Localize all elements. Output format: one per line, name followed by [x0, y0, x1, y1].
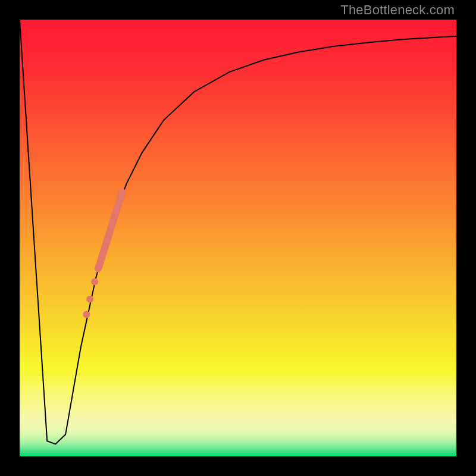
data-marker-segment	[98, 192, 122, 269]
curve-layer	[20, 20, 456, 456]
bottleneck-curve-path	[20, 20, 456, 444]
marker-group	[83, 192, 122, 318]
chart-frame: TheBottleneck.com	[0, 0, 476, 476]
watermark-text: TheBottleneck.com	[340, 2, 455, 18]
data-marker	[91, 278, 98, 285]
plot-area	[20, 20, 456, 456]
data-marker	[83, 311, 90, 318]
data-marker	[86, 296, 93, 303]
